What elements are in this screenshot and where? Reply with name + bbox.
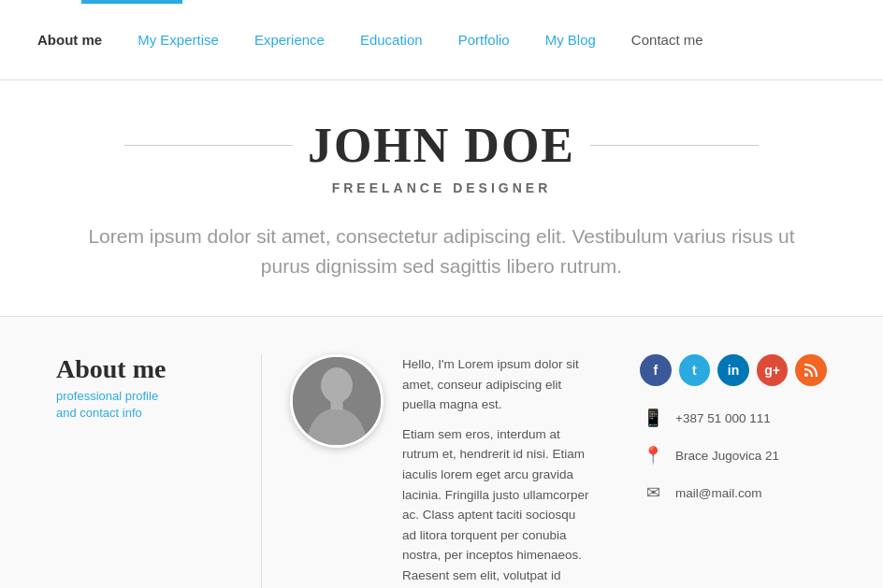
hero-line-left bbox=[124, 145, 293, 146]
nav-my-blog[interactable]: My Blog bbox=[545, 32, 596, 48]
hero-section: JOHN DOE FREELANCE DESIGNER Lorem ipsum … bbox=[0, 80, 883, 317]
navigation: About me My Expertise Experience Educati… bbox=[0, 0, 883, 80]
about-left-panel: About me professional profile and contac… bbox=[56, 354, 262, 588]
linkedin-icon[interactable]: in bbox=[717, 354, 749, 386]
svg-rect-3 bbox=[293, 357, 381, 445]
email-text: mail@mail.com bbox=[675, 486, 761, 500]
nav-about-me[interactable]: About me bbox=[37, 32, 102, 48]
address-row: 📍 Brace Jugovica 21 bbox=[640, 442, 827, 468]
twitter-icon[interactable]: t bbox=[679, 354, 711, 386]
email-row: ✉ mail@mail.com bbox=[640, 480, 827, 506]
avatar bbox=[290, 354, 384, 448]
hero-divider: JOHN DOE bbox=[56, 118, 827, 173]
nav-experience[interactable]: Experience bbox=[254, 32, 325, 48]
location-icon: 📍 bbox=[640, 442, 666, 468]
address-text: Brace Jugovica 21 bbox=[675, 449, 779, 463]
hero-title: FREELANCE DESIGNER bbox=[56, 180, 827, 195]
hero-name: JOHN DOE bbox=[308, 118, 575, 173]
social-icons: f t in g+ bbox=[640, 354, 827, 386]
nav-active-indicator bbox=[81, 0, 182, 4]
about-subtitle-line2: and contact info bbox=[56, 406, 142, 420]
avatar-wrap bbox=[290, 354, 384, 588]
about-section: About me professional profile and contac… bbox=[0, 317, 883, 588]
googleplus-icon[interactable]: g+ bbox=[757, 354, 789, 386]
rss-svg bbox=[803, 363, 818, 378]
rss-icon[interactable] bbox=[795, 354, 827, 386]
email-icon: ✉ bbox=[640, 480, 666, 506]
about-right-panel: f t in g+ 📱 +387 51 000 111 📍 Brace Jugo… bbox=[621, 354, 827, 588]
facebook-icon[interactable]: f bbox=[640, 354, 672, 386]
hero-line-right bbox=[590, 145, 759, 146]
avatar-image bbox=[293, 354, 381, 448]
bio-para-2: Etiam sem eros, interdum at rutrum et, h… bbox=[402, 424, 593, 588]
nav-education[interactable]: Education bbox=[360, 32, 423, 48]
phone-icon: 📱 bbox=[640, 405, 666, 431]
nav-portfolio[interactable]: Portfolio bbox=[458, 32, 510, 48]
nav-contact-me[interactable]: Contact me bbox=[631, 32, 703, 48]
svg-point-4 bbox=[804, 373, 808, 377]
hero-tagline: Lorem ipsum dolor sit amet, consectetur … bbox=[67, 222, 816, 280]
bio-para-1: Hello, I'm Lorem ipsum dolor sit amet, c… bbox=[402, 354, 593, 415]
phone-row: 📱 +387 51 000 111 bbox=[640, 405, 827, 431]
about-heading: About me bbox=[56, 354, 233, 384]
contact-info: 📱 +387 51 000 111 📍 Brace Jugovica 21 ✉ … bbox=[640, 405, 827, 506]
about-subtitle-line1: professional profile bbox=[56, 389, 158, 403]
about-subtitle: professional profile and contact info bbox=[56, 388, 233, 422]
nav-my-expertise[interactable]: My Expertise bbox=[138, 32, 219, 48]
about-content: Hello, I'm Lorem ipsum dolor sit amet, c… bbox=[262, 354, 621, 588]
bio-text: Hello, I'm Lorem ipsum dolor sit amet, c… bbox=[402, 354, 593, 588]
phone-number: +387 51 000 111 bbox=[675, 411, 771, 425]
